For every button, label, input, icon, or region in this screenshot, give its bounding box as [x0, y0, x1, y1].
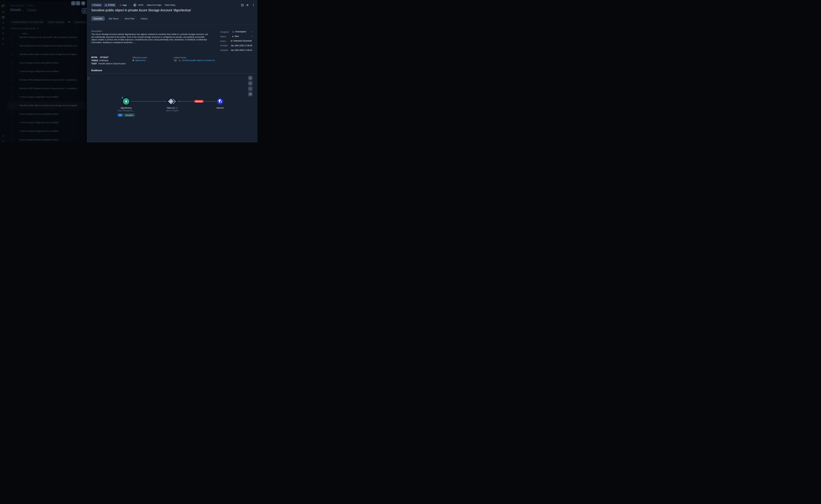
created-label: Created: [220, 44, 228, 47]
divider [163, 4, 163, 6]
affected-asset-row: digoritestsa [132, 59, 146, 62]
internet-node[interactable] [217, 98, 224, 105]
open-duration: Open for 6 days [147, 4, 161, 6]
sensitive-badge: Sensitive [124, 114, 135, 117]
description-heading: Description [91, 30, 102, 32]
evidence-heading: Evidence [91, 69, 102, 72]
bucket-icon [125, 100, 127, 103]
divider [145, 4, 145, 6]
linked-case-row: 60 Sensitive public object in private Az… [173, 59, 215, 62]
assignee-chevron-icon[interactable] [251, 31, 253, 33]
drawer-toolbar [241, 4, 254, 7]
tab-war-room[interactable]: War Room [106, 16, 121, 21]
linked-case-count-badge: 60 [173, 59, 177, 62]
scan-focus-icon[interactable] [246, 4, 249, 7]
issue-detail-drawer: ⚠ Posture 670538 High [87, 0, 258, 142]
edge-arrow-left-icon [178, 100, 181, 103]
previous-issue-button[interactable]: ↑ [71, 1, 75, 5]
tab-bar: OverviewWar RoomWork PlanActions [91, 16, 151, 21]
storage-node-name[interactable]: digoritestsa [112, 107, 140, 109]
updated-value: Jan 15th 2026 17:46:41 [231, 49, 252, 51]
files-node-name[interactable]: Files (1) [167, 107, 174, 109]
case-severity-high-icon [179, 59, 181, 62]
file-icon [170, 100, 172, 103]
policy-label: Data Policy [165, 4, 175, 6]
files-node[interactable] [168, 97, 177, 106]
divider [117, 4, 118, 6]
globe-icon [218, 99, 223, 104]
next-issue-button[interactable]: ↓ [76, 1, 80, 5]
severity-high-icon [119, 4, 121, 6]
assignee-value[interactable]: Unassigned [232, 31, 246, 33]
posture-pillar-icon [93, 4, 93, 6]
tab-actions[interactable]: Actions [138, 16, 150, 21]
alert-triangle-icon [105, 4, 107, 6]
issue-id-badge[interactable]: 670538 [104, 3, 116, 7]
files-node-hint: Click to expand [158, 110, 186, 112]
product-badge: Posture [91, 3, 102, 7]
layout-panel-icon[interactable] [241, 4, 244, 7]
access-edge-label: Access [193, 99, 204, 103]
pii-badge: PII [117, 114, 123, 117]
tab-overview[interactable]: Overview [91, 16, 105, 21]
affected-assets-heading: Affected Assets [132, 56, 147, 59]
evidence-top-divider [87, 73, 258, 74]
issue-title: Sensitive public object in private Azure… [91, 8, 191, 12]
graph-center-button[interactable] [248, 92, 253, 96]
drawer-resize-handle[interactable] [87, 77, 89, 80]
severity-chevron-icon [127, 4, 129, 6]
files-node-label: Files (1) (1) Click to expand [158, 107, 186, 112]
issue-header-meta: Posture 670538 High [91, 3, 175, 7]
person-icon [232, 31, 234, 33]
created-value: Jan 15th 2026 17:38:30 [231, 44, 252, 47]
storage-node-type: Azure Storage Acc... [112, 110, 140, 112]
warning-triangle-icon: ⚠ [83, 10, 85, 12]
linked-case-link[interactable]: Sensitive public object in private Azu [182, 59, 215, 62]
severity-label: High [122, 4, 127, 6]
mitre-attack-header: MITRE ATT&CK® [91, 56, 109, 59]
assignee-label: Assignee: [220, 31, 229, 33]
linked-cases-heading: Linked Cases [173, 56, 186, 59]
divider [131, 4, 131, 6]
detected-status-icon [231, 40, 233, 42]
storage-node-label: digoritestsa Azure Storage Acc... PII Se… [112, 107, 140, 117]
warning-side-tab[interactable]: ⚠ [82, 8, 87, 14]
graph-zoom-in-button[interactable]: + [248, 81, 253, 85]
app-root: Cases & Issues › Issues Issues Unsaved D… [0, 0, 258, 142]
storage-account-node[interactable] [122, 97, 130, 105]
updated-label: Updated: [220, 49, 229, 51]
graph-zoom-out-button[interactable]: − [248, 86, 253, 91]
edge-storage-files [130, 101, 168, 102]
bucket-icon [132, 59, 134, 61]
internet-node-name[interactable]: Internet [206, 107, 234, 109]
status-chevron-icon[interactable] [251, 35, 253, 37]
status-diamond-icon: ◈ [232, 35, 234, 37]
status-value[interactable]: ◈ New [232, 35, 239, 37]
close-drawer-button[interactable]: ✕ [81, 1, 85, 5]
files-node-extra: (1) [175, 107, 178, 109]
tab-work-plan[interactable]: Work Plan [122, 16, 137, 21]
action-label: Action: [220, 40, 227, 42]
mitre-tactic: TA0010Exfiltration [91, 59, 108, 62]
mitre-technique: T1537Transfer Data to Cloud Account [91, 63, 125, 65]
tag-icon [133, 3, 137, 7]
action-value: Detected (Scanned) [231, 40, 252, 42]
tag-label: DATA [138, 4, 143, 6]
status-label: Status: [220, 35, 227, 38]
graph-search-button[interactable] [248, 76, 253, 80]
internet-node-label: Internet [206, 107, 234, 109]
severity-dropdown[interactable]: High [119, 4, 129, 6]
description-text: The Azure Storage Account named 'digorit… [91, 33, 210, 44]
data-class-diamond-badge [121, 96, 124, 99]
more-options-icon[interactable] [253, 4, 254, 6]
modal-dim-overlay [0, 0, 87, 142]
affected-asset-link[interactable]: digoritestsa [135, 59, 146, 62]
